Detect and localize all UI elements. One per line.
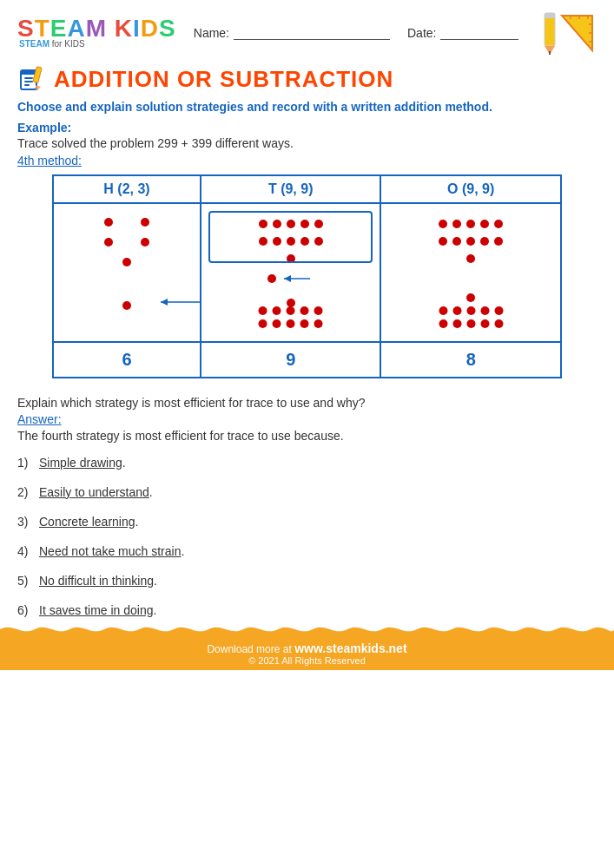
- dot: [141, 218, 149, 227]
- dot: [494, 220, 503, 228]
- method-link: 4th method:: [0, 152, 614, 174]
- dot: [273, 237, 281, 246]
- dot: [452, 220, 461, 228]
- dot: [439, 319, 447, 328]
- list-item-3: 3) Concrete learning.: [17, 515, 597, 529]
- header: STEAM KIDS STEAM for KIDS Name: Date:: [0, 0, 614, 61]
- dot: [122, 301, 131, 310]
- footer-download-text: Download more at www.steamkids.net: [17, 641, 597, 655]
- dot: [287, 254, 295, 263]
- dot: [314, 220, 323, 228]
- name-underline[interactable]: [234, 26, 390, 40]
- dot: [104, 238, 113, 247]
- dot: [439, 306, 447, 315]
- answer-label: Answer:: [17, 412, 597, 426]
- list-period-6: .: [154, 603, 157, 617]
- list-text-4: Need not take much strain: [39, 544, 181, 558]
- list-item-5: 5) No difficult in thinking.: [17, 574, 597, 588]
- footer: Download more at www.steamkids.net © 202…: [0, 635, 614, 670]
- list-text-3: Concrete learning: [39, 515, 135, 529]
- list-item-2: 2) Easily to understand.: [17, 485, 597, 499]
- explain-section: Explain which strategy is most efficient…: [0, 391, 614, 456]
- dot: [466, 237, 475, 246]
- list-text-6: It saves time in doing: [39, 603, 154, 617]
- dot: [480, 220, 489, 228]
- svg-rect-15: [24, 84, 30, 86]
- col-header-h: H (2, 3): [53, 175, 201, 203]
- dot: [466, 306, 475, 315]
- svg-rect-2: [545, 13, 555, 18]
- list-item-4: 4) Need not take much strain.: [17, 544, 597, 558]
- dot: [267, 274, 276, 283]
- dot: [452, 319, 461, 328]
- title-section: ADDITION OR SUBTRACTION: [0, 61, 614, 97]
- dot: [259, 306, 267, 315]
- dot: [314, 319, 323, 328]
- list-period-5: .: [154, 574, 157, 588]
- answer-text: The fourth strategy is most efficient fo…: [17, 429, 597, 443]
- logo-area: STEAM KIDS STEAM for KIDS: [17, 16, 176, 49]
- cell-t-dots: [201, 203, 381, 342]
- dot: [141, 238, 149, 247]
- date-field: Date:: [407, 26, 518, 40]
- dot: [494, 237, 503, 246]
- dot: [273, 319, 281, 328]
- dot: [466, 293, 475, 302]
- dot: [300, 220, 309, 228]
- dots-table: H (2, 3) T (9, 9) O (9, 9): [52, 174, 562, 378]
- dot: [259, 319, 267, 328]
- logo-text: STEAM KIDS: [17, 16, 176, 41]
- dot: [452, 237, 461, 246]
- cell-o-dots: [380, 203, 561, 342]
- list-period-2: .: [149, 485, 153, 499]
- dot: [287, 237, 295, 246]
- svg-marker-4: [562, 16, 592, 50]
- dot: [480, 237, 489, 246]
- dot: [259, 237, 267, 246]
- list-period-1: .: [122, 456, 126, 470]
- dots-table-container: H (2, 3) T (9, 9) O (9, 9): [0, 174, 614, 378]
- svg-marker-19: [161, 299, 168, 306]
- example-label: Example:: [0, 118, 614, 135]
- logo-subtitle: STEAM for KIDS: [17, 39, 85, 49]
- list-num-3: 3): [17, 515, 39, 529]
- explain-question: Explain which strategy is most efficient…: [17, 396, 597, 410]
- cell-t-num: 9: [201, 342, 381, 378]
- list-period-3: .: [135, 515, 139, 529]
- list-text-1: Simple drawing: [39, 456, 122, 470]
- list-num-4: 4): [17, 544, 39, 558]
- dot: [480, 306, 489, 315]
- dot: [494, 319, 503, 328]
- dot: [466, 220, 475, 228]
- svg-marker-21: [284, 275, 291, 282]
- ruler-icon: [540, 9, 597, 56]
- list-text-5: No difficult in thinking: [39, 574, 154, 588]
- dot: [300, 319, 309, 328]
- date-underline[interactable]: [440, 26, 518, 40]
- footer-site: www.steamkids.net: [294, 641, 406, 655]
- cell-h-dots: [53, 203, 201, 342]
- list-num-2: 2): [17, 485, 39, 499]
- dot: [300, 237, 309, 246]
- dot: [287, 306, 295, 315]
- dot: [452, 306, 461, 315]
- dot: [439, 237, 447, 246]
- list-section: 1) Simple drawing. 2) Easily to understa…: [0, 456, 614, 617]
- col-header-t: T (9, 9): [201, 175, 381, 203]
- list-text-2: Easily to understand: [39, 485, 149, 499]
- svg-rect-14: [24, 81, 33, 82]
- dot: [480, 319, 489, 328]
- name-label: Name:: [194, 26, 229, 40]
- dot: [314, 237, 323, 246]
- dot: [466, 319, 475, 328]
- list-num-6: 6): [17, 603, 39, 617]
- dot: [300, 306, 309, 315]
- footer-copyright: © 2021 All Rights Reserved: [17, 655, 597, 666]
- dot: [259, 220, 267, 228]
- dot: [439, 220, 447, 228]
- dot: [287, 319, 295, 328]
- page-title: ADDITION OR SUBTRACTION: [54, 66, 393, 93]
- example-text: Trace solved the problem 299 + 399 diffe…: [0, 135, 614, 152]
- dot: [273, 220, 281, 228]
- list-num-5: 5): [17, 574, 39, 588]
